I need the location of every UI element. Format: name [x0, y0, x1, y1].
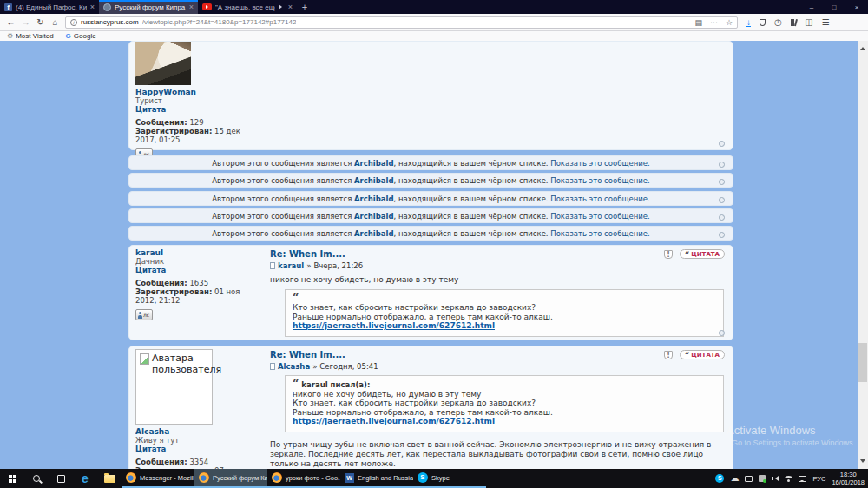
- toolbar-icons: ↓ ◷ ◫ ☰: [746, 17, 830, 27]
- taskbar-search-button[interactable]: [24, 469, 49, 488]
- library-icon[interactable]: [791, 19, 797, 26]
- profile-quote-link[interactable]: Цитата: [135, 266, 262, 274]
- tab-facebook[interactable]: f (4) Единый Пафос. Кипр ×: [0, 0, 99, 14]
- post-page-icon: [270, 262, 275, 269]
- taskbar-app-word[interactable]: W English and Russia...: [340, 469, 413, 488]
- notice-text: Автором этого сообщения является: [212, 212, 354, 221]
- user-stats: Сообщения: 129 Зарегистрирован: 15 дек 2…: [135, 118, 262, 144]
- post-author-link[interactable]: Alcasha: [278, 362, 310, 371]
- top-of-post-icon[interactable]: [719, 214, 725, 221]
- edge-icon: e: [82, 472, 89, 485]
- show-message-link[interactable]: Показать это сообщение.: [550, 229, 649, 238]
- site-info-icon[interactable]: i: [70, 19, 77, 26]
- new-tab-button[interactable]: +: [297, 0, 312, 14]
- history-clock-icon[interactable]: ◷: [774, 17, 782, 27]
- top-of-post-icon[interactable]: [719, 330, 725, 336]
- external-link[interactable]: https://jaerraeth.livejournal.com/627612…: [293, 321, 716, 331]
- top-of-post-icon[interactable]: [719, 232, 725, 238]
- page-actions-icon[interactable]: ⋯: [710, 18, 718, 27]
- quote-line: Раньше нормально отображало, а теперь та…: [293, 313, 716, 322]
- show-message-link[interactable]: Показать это сообщение.: [550, 195, 649, 203]
- sidebar-icon[interactable]: ◫: [805, 17, 812, 27]
- blacklisted-author-link[interactable]: Archibald: [354, 176, 394, 185]
- task-view-button[interactable]: [49, 469, 73, 488]
- quote-reply-button[interactable]: “ЦИТАТА: [680, 350, 725, 359]
- posts-count-label: Сообщения:: [135, 458, 187, 466]
- language-indicator[interactable]: РУС: [812, 475, 825, 483]
- avatar[interactable]: [135, 42, 191, 85]
- downloads-icon[interactable]: ↓: [746, 18, 751, 27]
- profile-quote-link[interactable]: Цитата: [135, 105, 262, 114]
- user-icon: [138, 312, 142, 319]
- minimize-button[interactable]: –: [800, 0, 823, 14]
- scroll-up-icon[interactable]: [860, 44, 865, 50]
- taskbar-app-messenger[interactable]: Messenger - Mozill...: [122, 469, 194, 488]
- home-icon[interactable]: ⌂: [48, 17, 62, 27]
- file-explorer-button[interactable]: [97, 469, 122, 488]
- username-link[interactable]: karaul: [135, 248, 262, 257]
- close-tab-icon[interactable]: ×: [288, 3, 293, 11]
- start-button[interactable]: [0, 469, 24, 488]
- scrollbar-thumb[interactable]: [858, 343, 867, 382]
- skype-tray-icon[interactable]: S: [715, 474, 724, 483]
- blacklisted-author-link[interactable]: Archibald: [354, 212, 394, 221]
- audio-playing-icon[interactable]: [279, 4, 285, 10]
- taskbar-app-forum-active[interactable]: Русский форум Ки...: [194, 469, 267, 488]
- report-post-icon[interactable]: !: [664, 250, 673, 259]
- menu-hamburger-icon[interactable]: ☰: [822, 17, 830, 27]
- status-tray-icon[interactable]: [759, 475, 766, 482]
- close-tab-icon[interactable]: ×: [189, 3, 194, 11]
- onedrive-cloud-icon[interactable]: ☁: [730, 474, 739, 483]
- edge-button[interactable]: e: [73, 469, 97, 488]
- profile-quote-link[interactable]: Цитата: [135, 445, 262, 453]
- blacklisted-author-link[interactable]: Archibald: [354, 195, 394, 203]
- url-bar[interactable]: i russiancyprus.com /viewtopic.php?f=24&…: [65, 16, 738, 29]
- maximize-button[interactable]: □: [823, 0, 845, 14]
- taskbar-app-photo-lessons[interactable]: уроки фото - Goo...: [267, 469, 340, 488]
- blacklisted-author-link[interactable]: Archibald: [354, 159, 394, 168]
- forward-icon[interactable]: →: [18, 17, 33, 27]
- reader-view-icon[interactable]: ▤: [694, 18, 702, 27]
- separator: »: [306, 261, 311, 270]
- network-wifi-icon[interactable]: [785, 476, 792, 481]
- show-message-link[interactable]: Показать это сообщение.: [550, 176, 649, 185]
- action-center-icon[interactable]: [799, 476, 806, 482]
- page-scrollbar[interactable]: [858, 41, 868, 469]
- close-tab-icon[interactable]: ×: [90, 3, 95, 11]
- posts-count-label: Сообщения:: [135, 279, 187, 287]
- report-post-icon[interactable]: !: [664, 351, 673, 359]
- avatar-placeholder[interactable]: Аватара пользователя: [135, 349, 213, 425]
- notice-text: Автором этого сообщения является: [212, 229, 354, 238]
- taskbar-clock[interactable]: 18:30 16/01/2018: [832, 471, 865, 486]
- account-icon[interactable]: [760, 19, 766, 26]
- tab-youtube[interactable]: "А знаешь, все еще будет" ×: [198, 0, 297, 14]
- back-icon[interactable]: ←: [3, 17, 18, 27]
- bookmark-google[interactable]: G Google: [66, 32, 96, 40]
- quote-reply-button[interactable]: “ЦИТАТА: [680, 249, 725, 259]
- blacklisted-author-link[interactable]: Archibald: [354, 229, 394, 238]
- top-of-post-icon[interactable]: [719, 141, 725, 147]
- username-link[interactable]: Alcasha: [135, 427, 262, 436]
- bookmark-most-visited[interactable]: ⚙ Most Visited: [7, 32, 54, 40]
- post-author-link[interactable]: karaul: [278, 261, 304, 270]
- username-link[interactable]: HappyWoman: [135, 88, 262, 96]
- post-title-link[interactable]: Re: When Im....: [270, 249, 724, 259]
- show-message-link[interactable]: Показать это сообщение.: [550, 212, 649, 221]
- bookmark-star-icon[interactable]: ☆: [726, 18, 733, 27]
- tab-forum-active[interactable]: Русский форум Кипра • Прос ×: [99, 0, 198, 14]
- private-message-button[interactable]: лс: [135, 309, 153, 320]
- top-of-post-icon[interactable]: [719, 179, 725, 185]
- top-of-post-icon[interactable]: [719, 197, 725, 203]
- top-of-post-icon[interactable]: [719, 162, 725, 168]
- show-message-link[interactable]: Показать это сообщение.: [550, 159, 649, 168]
- device-tray-icon[interactable]: [745, 476, 753, 482]
- reload-icon[interactable]: ↻: [33, 17, 48, 27]
- external-link[interactable]: https://jaerraeth.livejournal.com/627612…: [293, 417, 716, 426]
- post-title-link[interactable]: Re: When Im....: [270, 350, 724, 359]
- volume-speaker-icon[interactable]: [772, 476, 779, 481]
- taskbar-app-skype[interactable]: S Skype: [413, 469, 486, 488]
- browser-titlebar: f (4) Единый Пафос. Кипр × Русский форум…: [0, 0, 868, 14]
- notice-text: , находящийся в вашем чёрном списке.: [394, 212, 551, 221]
- scroll-down-icon[interactable]: [860, 459, 865, 465]
- close-window-button[interactable]: ×: [845, 0, 868, 14]
